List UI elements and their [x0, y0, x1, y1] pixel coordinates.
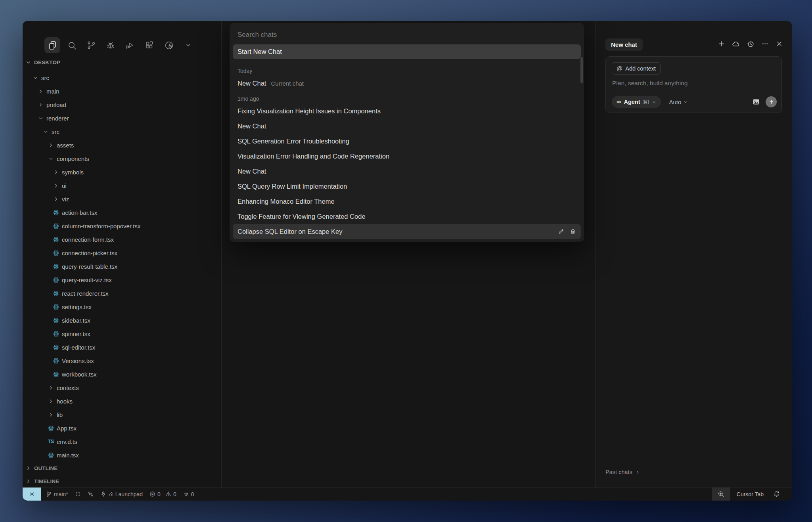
chat-list-item[interactable]: Toggle Feature for Viewing Generated Cod…	[233, 209, 581, 224]
tree-folder-main[interactable]: main	[23, 84, 221, 98]
tab-new-chat[interactable]: New chat	[605, 38, 643, 51]
send-button[interactable]	[766, 96, 777, 107]
chevron-right-icon	[37, 101, 44, 108]
tree-file-react-renderer.tsx[interactable]: react-renderer.tsx	[23, 287, 221, 300]
chevron-right-icon	[53, 169, 59, 176]
tree-file-spinner.tsx[interactable]: spinner.tsx	[23, 327, 221, 340]
tree-file-connection-form.tsx[interactable]: connection-form.tsx	[23, 233, 221, 246]
outline-section[interactable]: OUTLINE	[23, 462, 221, 475]
react-file-icon	[53, 358, 59, 364]
search-chats-input[interactable]: Search chats	[230, 23, 584, 44]
plus-icon[interactable]	[718, 40, 725, 48]
chevron-down-icon	[32, 75, 39, 81]
chat-list-item[interactable]: New ChatCurrent chat	[233, 76, 581, 91]
tree-folder-ui[interactable]: ui	[23, 179, 221, 192]
tree-file-App.tsx[interactable]: App.tsx	[23, 421, 221, 435]
source-control-icon[interactable]	[83, 37, 99, 53]
attach-image-icon[interactable]	[752, 98, 760, 106]
tree-folder-src[interactable]: src	[23, 71, 221, 84]
chat-list-item[interactable]: New Chat	[233, 119, 581, 134]
tree-item-label: Versions.tsx	[62, 358, 94, 364]
sync-button[interactable]	[75, 491, 81, 497]
chat-list-item[interactable]: Collapse SQL Editor on Escape Key	[233, 224, 581, 239]
sidebar: DESKTOP srcmainpreloadrenderersrcassetsc…	[23, 21, 221, 488]
cloud-icon[interactable]	[732, 40, 740, 48]
history-search-icon[interactable]	[161, 37, 177, 53]
close-icon[interactable]	[776, 40, 783, 48]
edit-icon[interactable]	[558, 228, 564, 235]
chat-list-item[interactable]: Enhancing Monaco Editor Theme	[233, 194, 581, 209]
add-context-button[interactable]: @ Add context	[612, 62, 661, 75]
broadcast-status[interactable]: 0	[183, 491, 194, 497]
tree-folder-src[interactable]: src	[23, 125, 221, 138]
cursor-tab-status[interactable]: Cursor Tab	[737, 491, 764, 497]
more-views-icon[interactable]	[180, 37, 196, 53]
tree-file-sql-editor.tsx[interactable]: sql-editor.tsx	[23, 340, 221, 354]
git-compare-button[interactable]	[88, 491, 94, 497]
chat-list-item[interactable]: Visualization Error Handling and Code Re…	[233, 149, 581, 164]
extensions-icon[interactable]	[142, 37, 157, 53]
tree-folder-preload[interactable]: preload	[23, 98, 221, 111]
tree-folder-viz[interactable]: viz	[23, 192, 221, 206]
remote-indicator[interactable]	[23, 488, 41, 501]
tree-folder-components[interactable]: components	[23, 152, 221, 165]
tree-item-label: preload	[46, 101, 66, 108]
tree-item-label: src	[41, 75, 49, 81]
start-new-chat-item[interactable]: Start New Chat	[233, 44, 581, 59]
modal-scrollbar[interactable]	[580, 57, 583, 83]
search-icon[interactable]	[64, 37, 80, 53]
tree-file-sidebar.tsx[interactable]: sidebar.tsx	[23, 314, 221, 327]
chat-list-item[interactable]: SQL Generation Error Troubleshooting	[233, 134, 581, 149]
tree-file-connection-picker.tsx[interactable]: connection-picker.tsx	[23, 246, 221, 260]
tree-folder-lib[interactable]: lib	[23, 408, 221, 421]
tree-file-column-transform-popover.tsx[interactable]: column-transform-popover.tsx	[23, 219, 221, 233]
history-icon[interactable]	[747, 40, 755, 48]
delete-icon[interactable]	[570, 228, 576, 235]
tree-file-query-result-viz.tsx[interactable]: query-result-viz.tsx	[23, 273, 221, 287]
tree-file-Versions.tsx[interactable]: Versions.tsx	[23, 354, 221, 367]
tree-file-settings.tsx[interactable]: settings.tsx	[23, 300, 221, 314]
new-chat-tab-label: New chat	[611, 41, 637, 48]
timeline-section[interactable]: TIMELINE	[23, 475, 221, 488]
explorer-section-desktop[interactable]: DESKTOP	[23, 56, 221, 69]
tree-item-label: ui	[62, 182, 67, 189]
tree-item-label: react-renderer.tsx	[62, 290, 109, 297]
tree-folder-assets[interactable]: assets	[23, 138, 221, 152]
tree-file-action-bar.tsx[interactable]: action-bar.tsx	[23, 206, 221, 219]
chat-section-label: 1mo ago	[230, 91, 584, 103]
tree-file-env.d.ts[interactable]: TSenv.d.ts	[23, 435, 221, 448]
launchpad-status[interactable]: Launchpad	[100, 491, 143, 497]
explorer-icon[interactable]	[44, 37, 60, 53]
chat-list-item[interactable]: New Chat	[233, 164, 581, 179]
chevron-right-icon	[48, 398, 54, 405]
debug-icon[interactable]	[103, 37, 119, 53]
tree-file-query-result-table.tsx[interactable]: query-result-table.tsx	[23, 260, 221, 273]
zoom-tool-button[interactable]	[712, 488, 730, 501]
tree-file-main.tsx[interactable]: main.tsx	[23, 448, 221, 462]
tree-folder-symbols[interactable]: symbols	[23, 165, 221, 179]
notifications-bell-icon[interactable]	[773, 491, 780, 497]
tree-item-label: connection-form.tsx	[62, 236, 114, 243]
chat-composer[interactable]: @ Add context Plan, search, build anythi…	[605, 56, 782, 113]
app-window: DESKTOP srcmainpreloadrenderersrcassetsc…	[23, 21, 792, 501]
tree-folder-hooks[interactable]: hooks	[23, 394, 221, 408]
chevron-right-icon	[48, 411, 54, 418]
git-branch-status[interactable]: main*	[46, 491, 68, 497]
react-file-icon	[53, 223, 59, 229]
tree-file-workbook.tsx[interactable]: workbook.tsx	[23, 367, 221, 381]
past-chats-link[interactable]: Past chats	[605, 469, 640, 475]
tree-item-label: lib	[57, 411, 63, 418]
chat-list-item[interactable]: Fixing Visualization Height Issues in Co…	[233, 103, 581, 119]
chat-list-item[interactable]: SQL Query Row Limit Implementation	[233, 179, 581, 194]
chevron-down-icon	[683, 100, 688, 104]
agent-mode-selector[interactable]: ∞ Agent ⌘I	[612, 96, 661, 108]
chat-input-placeholder[interactable]: Plan, search, build anything	[612, 80, 688, 87]
tree-folder-contexts[interactable]: contexts	[23, 381, 221, 394]
activity-bar	[44, 37, 196, 53]
tree-folder-renderer[interactable]: renderer	[23, 111, 221, 125]
problems-status[interactable]: 0 0	[149, 491, 176, 497]
model-selector[interactable]: Auto	[669, 99, 688, 105]
chat-panel: New chat	[596, 21, 792, 488]
more-icon[interactable]	[761, 40, 769, 48]
run-and-debug-icon[interactable]	[122, 37, 138, 53]
